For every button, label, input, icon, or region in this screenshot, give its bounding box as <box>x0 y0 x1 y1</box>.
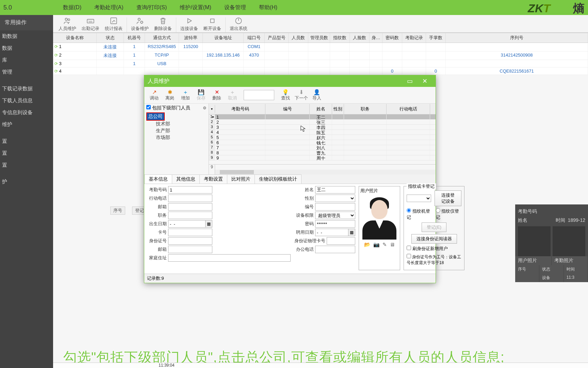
fp-scanner-radio[interactable]: 指纹仪登记 <box>436 208 462 220</box>
dialog-tb-查找[interactable]: 💡查找 <box>278 88 293 102</box>
menu-maintain[interactable]: 维护/设置(M) <box>180 4 211 11</box>
id-reader-button[interactable]: 连接身份证阅读器 <box>411 234 457 244</box>
person-row[interactable]: 1▸ 1 王二 <box>209 114 436 120</box>
person-row[interactable]: 3 3 李四 <box>209 125 436 130</box>
person-row[interactable]: 2 2 张三 <box>209 120 436 125</box>
sidebar-item[interactable]: 置 <box>0 159 53 171</box>
connect-device-button[interactable]: 连接登记设备 <box>435 190 461 206</box>
svg-point-5 <box>141 21 143 24</box>
dialog-tb-增加[interactable]: ＋增加 <box>178 88 193 102</box>
phone-input[interactable] <box>168 195 212 202</box>
maximize-button[interactable]: ▭ <box>402 75 417 87</box>
id-as-empno-checkbox[interactable]: 身份证号作为工号：设备工号长度需大于等于18 <box>407 254 461 266</box>
sidebar-item[interactable]: 下载人员信息 <box>0 95 53 107</box>
hire-input[interactable] <box>315 229 348 236</box>
dialog-tb-保存[interactable]: 💾保存 <box>193 88 209 102</box>
tab-bio[interactable]: 生物识别模板统计 <box>255 174 301 184</box>
birth-input[interactable] <box>168 220 206 228</box>
tb-devmaint[interactable]: 设备维护 <box>128 16 151 32</box>
tb-exit[interactable]: 退出系统 <box>227 16 250 32</box>
menu-attendance[interactable]: 考勤处理(A) <box>94 4 123 11</box>
person-row[interactable]: 4 4 陈五 <box>209 130 436 135</box>
addr-input[interactable] <box>168 254 291 262</box>
sidebar-item[interactable]: 置 <box>0 147 53 159</box>
tab-photo[interactable]: 比对照片 <box>227 174 255 184</box>
sidebar-item[interactable]: 下载记录数据 <box>0 83 53 95</box>
tree-node[interactable]: 市场部 <box>156 134 207 141</box>
person-row[interactable]: 5 5 赵六 <box>209 135 436 140</box>
dialog-tb-下一个[interactable]: ⬇下一个 <box>293 88 309 102</box>
h-scrollbar[interactable] <box>215 170 436 174</box>
person-row[interactable]: 8 8 曹九 <box>209 150 436 155</box>
dialog-tb-删除[interactable]: ✕删除 <box>209 88 225 102</box>
close-button[interactable]: ✕ <box>417 75 432 87</box>
sidebar-item[interactable]: 勤数据 <box>0 30 53 42</box>
dialog-tb-取消[interactable]: ＋取消 <box>225 88 240 102</box>
dialog-tb-导入[interactable]: 👤导入 <box>309 88 325 102</box>
menu-help[interactable]: 帮助(H) <box>259 4 277 11</box>
device-row[interactable]: ⟳ 1 未连接 1 RS232/RS485 115200 COM1 <box>53 43 588 51</box>
sidebar-item[interactable]: 管理 <box>0 66 53 78</box>
device-row[interactable]: ⟳ 2 未连接 1 TCP/IP 192.168.135.146 4370 31… <box>53 51 588 60</box>
dialog-tb-调动[interactable]: ↗调动 <box>146 88 162 102</box>
person-row[interactable]: 7 7 刘八 <box>209 145 436 150</box>
fp-select[interactable] <box>407 195 431 202</box>
device-row[interactable]: ⟳ 4 0 0 CQE8221561671 <box>53 67 588 75</box>
open-icon[interactable]: 📂 <box>364 242 371 248</box>
office-input[interactable] <box>315 246 355 253</box>
tree-node[interactable]: 生产部 <box>156 127 207 134</box>
register-button[interactable]: 登记(E) <box>422 223 446 232</box>
fp-machine-radio[interactable]: 指纹机登记 <box>407 208 432 220</box>
attno-input[interactable] <box>168 186 212 194</box>
tree-root[interactable]: 总公司 <box>146 112 207 121</box>
code-input[interactable] <box>315 203 355 211</box>
tree-node[interactable]: 技术部 <box>156 121 207 127</box>
card-input[interactable] <box>168 229 212 236</box>
tb-disconnect[interactable]: 断开设备 <box>201 16 224 32</box>
menu-data[interactable]: 数据(D) <box>63 4 81 11</box>
tree-options-icon[interactable]: ⚙ <box>203 106 207 110</box>
perm-select[interactable]: 超级管理员 <box>315 212 355 219</box>
tb-records[interactable]: 出勤记录 <box>79 16 102 32</box>
tab-basic[interactable]: 基本信息 <box>144 174 172 184</box>
sidebar-item[interactable]: 维护 <box>0 119 53 131</box>
mail2-input[interactable] <box>168 246 212 253</box>
device-row[interactable]: ⟳ 3 1 USB <box>53 60 588 67</box>
sidebar-item[interactable]: 专信息到设备 <box>0 107 53 119</box>
tb-deldev[interactable]: 删除设备 <box>151 16 175 32</box>
mail-input[interactable] <box>168 203 212 211</box>
person-row[interactable]: 6 6 钱七 <box>209 140 436 145</box>
device-icon[interactable]: 🖥 <box>390 242 395 248</box>
menu-device[interactable]: 设备管理 <box>224 4 246 11</box>
id-input[interactable] <box>168 237 212 245</box>
menu-query[interactable]: 查询/打印(S) <box>136 4 167 11</box>
dialog-titlebar[interactable]: 人员维护 ▭ ✕ <box>144 75 436 87</box>
pwd-input[interactable] <box>315 220 355 228</box>
calendar-icon[interactable]: ▦ <box>206 220 212 228</box>
tab-att[interactable]: 考勤设置 <box>199 174 227 184</box>
include-sub-checkbox[interactable]: 包括下级部门人员 <box>146 105 190 111</box>
job-input[interactable] <box>168 212 212 219</box>
edit-icon <box>109 16 118 25</box>
sex-select[interactable] <box>315 195 355 202</box>
dialog-search-input[interactable] <box>244 90 274 100</box>
tb-personnel[interactable]: 人员维护 <box>56 16 79 32</box>
edit-icon[interactable]: ✎ <box>382 242 387 248</box>
brand-logo: ZKTeco 熵 <box>528 1 585 16</box>
camera-icon[interactable]: 📷 <box>373 242 380 248</box>
idcard-input[interactable] <box>327 237 355 245</box>
sidebar-item[interactable]: 护 <box>0 176 53 188</box>
name-input[interactable] <box>315 186 355 194</box>
tb-report[interactable]: 统计报表 <box>102 16 125 32</box>
dialog-tb-离岗[interactable]: ✱离岗 <box>162 88 178 102</box>
sidebar-item[interactable]: 置 <box>0 135 53 147</box>
sidebar-item[interactable]: 库 <box>0 54 53 66</box>
swipe-new-checkbox[interactable]: 刷身份证新增用户 <box>407 246 448 252</box>
tb-connect[interactable]: 连接设备 <box>178 16 201 32</box>
calendar-icon[interactable]: ▦ <box>348 229 355 236</box>
dialog-toolbar: ↗调动✱离岗＋增加💾保存✕删除＋取消💡查找⬇下一个👤导入 <box>144 87 436 104</box>
photo-panel: 用户照片考勤照片 序号状态时间 设备11:3 <box>515 256 588 282</box>
person-row[interactable]: 9 9 周十 <box>209 155 436 160</box>
tab-other[interactable]: 其他信息 <box>172 174 200 184</box>
sidebar-item[interactable]: 数据 <box>0 42 53 54</box>
